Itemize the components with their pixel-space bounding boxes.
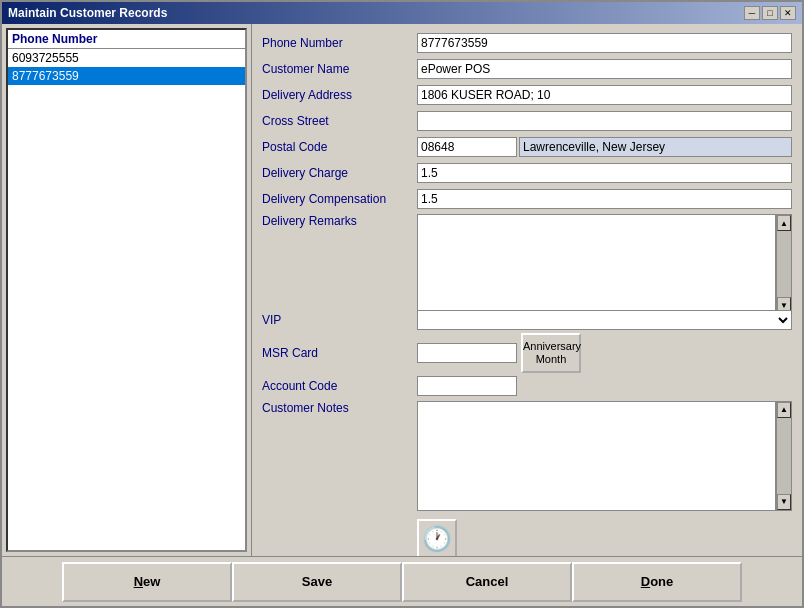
maximize-button[interactable]: □ bbox=[762, 6, 778, 20]
notes-scroll-down-btn[interactable]: ▼ bbox=[777, 494, 791, 510]
delivery-charge-label: Delivery Charge bbox=[262, 166, 417, 180]
phone-number-input[interactable] bbox=[417, 33, 792, 53]
cross-street-input[interactable] bbox=[417, 111, 792, 131]
minimize-button[interactable]: ─ bbox=[744, 6, 760, 20]
msr-card-input[interactable] bbox=[417, 343, 517, 363]
anniversary-month-button[interactable]: AnniversaryMonth bbox=[521, 333, 581, 373]
delivery-remarks-textarea[interactable] bbox=[417, 214, 776, 314]
delivery-remarks-scrollbar: ▲ ▼ bbox=[776, 214, 792, 314]
done-button[interactable]: Done bbox=[572, 562, 742, 602]
clock-button[interactable]: 🕐 bbox=[417, 519, 457, 556]
delivery-address-label: Delivery Address bbox=[262, 88, 417, 102]
notes-scrollbar: ▲ ▼ bbox=[776, 401, 792, 511]
delivery-compensation-input[interactable] bbox=[417, 189, 792, 209]
phone-list[interactable]: Phone Number 6093725555 8777673559 bbox=[6, 28, 247, 552]
window-title: Maintain Customer Records bbox=[8, 6, 167, 20]
save-button[interactable]: Save bbox=[232, 562, 402, 602]
vip-label: VIP bbox=[262, 313, 417, 327]
cross-street-label: Cross Street bbox=[262, 114, 417, 128]
postal-code-row: Postal Code bbox=[262, 136, 792, 158]
account-code-row: Account Code bbox=[262, 375, 792, 397]
msr-card-label: MSR Card bbox=[262, 346, 417, 360]
notes-scrollbar-track bbox=[777, 418, 791, 494]
left-panel: Phone Number 6093725555 8777673559 bbox=[2, 24, 252, 556]
clock-icon: 🕐 bbox=[422, 525, 452, 553]
customer-name-row: Customer Name bbox=[262, 58, 792, 80]
title-bar-buttons: ─ □ ✕ bbox=[744, 6, 796, 20]
clock-area: 🕐 bbox=[417, 515, 792, 556]
account-code-input[interactable] bbox=[417, 376, 517, 396]
delivery-address-input[interactable] bbox=[417, 85, 792, 105]
new-button[interactable]: New bbox=[62, 562, 232, 602]
title-bar: Maintain Customer Records ─ □ ✕ bbox=[2, 2, 802, 24]
customer-notes-row: Customer Notes ▲ ▼ 🕐 bbox=[262, 401, 792, 544]
list-item[interactable]: 8777673559 bbox=[8, 67, 245, 85]
scroll-up-btn[interactable]: ▲ bbox=[777, 215, 791, 231]
delivery-remarks-wrapper: ▲ ▼ bbox=[417, 214, 792, 314]
customer-name-label: Customer Name bbox=[262, 62, 417, 76]
cancel-button[interactable]: Cancel bbox=[402, 562, 572, 602]
postal-code-label: Postal Code bbox=[262, 140, 417, 154]
customer-notes-wrapper: ▲ ▼ bbox=[417, 401, 792, 511]
notes-scroll-up-btn[interactable]: ▲ bbox=[777, 402, 791, 418]
phone-list-header: Phone Number bbox=[8, 30, 245, 49]
customer-notes-textarea[interactable] bbox=[417, 401, 776, 511]
postal-code-input[interactable] bbox=[417, 137, 517, 157]
delivery-address-row: Delivery Address bbox=[262, 84, 792, 106]
account-code-label: Account Code bbox=[262, 379, 417, 393]
close-button[interactable]: ✕ bbox=[780, 6, 796, 20]
city-input[interactable] bbox=[519, 137, 792, 157]
delivery-compensation-label: Delivery Compensation bbox=[262, 192, 417, 206]
delivery-remarks-row: Delivery Remarks ▲ ▼ bbox=[262, 214, 792, 305]
delivery-charge-input[interactable] bbox=[417, 163, 792, 183]
vip-row: VIP bbox=[262, 309, 792, 331]
scrollbar-track bbox=[777, 231, 791, 297]
right-panel: Phone Number Customer Name Delivery Addr… bbox=[252, 24, 802, 556]
msr-row: MSR Card AnniversaryMonth bbox=[262, 335, 792, 371]
customer-name-input[interactable] bbox=[417, 59, 792, 79]
window-content: Phone Number 6093725555 8777673559 Phone… bbox=[2, 24, 802, 556]
customer-notes-right: ▲ ▼ 🕐 bbox=[417, 401, 792, 556]
list-item[interactable]: 6093725555 bbox=[8, 49, 245, 67]
delivery-charge-row: Delivery Charge bbox=[262, 162, 792, 184]
cross-street-row: Cross Street bbox=[262, 110, 792, 132]
bottom-bar: New Save Cancel Done bbox=[2, 556, 802, 606]
main-window: Maintain Customer Records ─ □ ✕ Phone Nu… bbox=[0, 0, 804, 608]
delivery-compensation-row: Delivery Compensation bbox=[262, 188, 792, 210]
delivery-remarks-label: Delivery Remarks bbox=[262, 214, 417, 228]
vip-select[interactable] bbox=[417, 310, 792, 330]
customer-notes-label: Customer Notes bbox=[262, 401, 417, 415]
phone-number-row: Phone Number bbox=[262, 32, 792, 54]
phone-number-label: Phone Number bbox=[262, 36, 417, 50]
